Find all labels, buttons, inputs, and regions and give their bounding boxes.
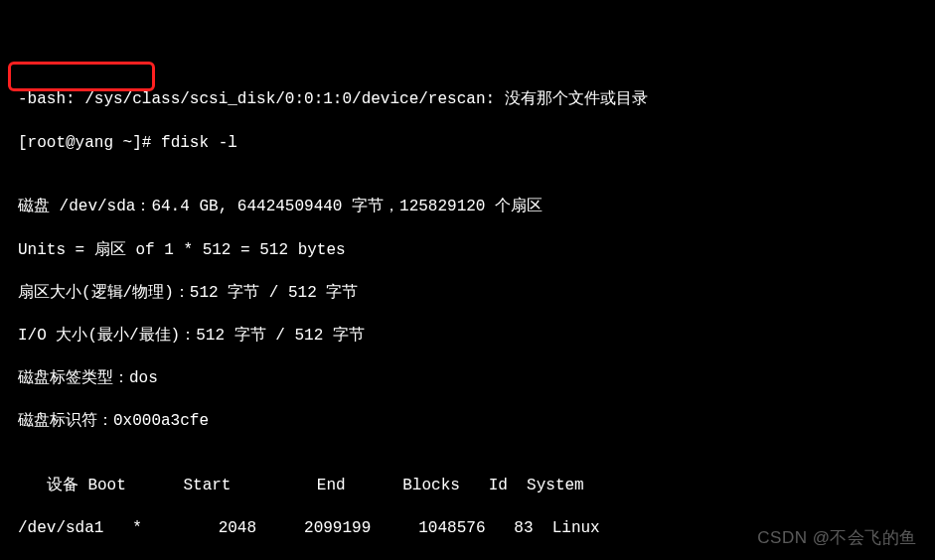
annotation-highlight bbox=[8, 62, 155, 91]
terminal-line: -bash: /sys/class/scsi_disk/0:0:1:0/devi… bbox=[0, 89, 935, 111]
terminal-line: 磁盘标识符：0x000a3cfe bbox=[0, 411, 935, 433]
terminal-line: 磁盘标签类型：dos bbox=[0, 368, 935, 390]
terminal-line: 扇区大小(逻辑/物理)：512 字节 / 512 字节 bbox=[0, 283, 935, 305]
partition-table-header: 设备 Boot Start End Blocks Id System bbox=[0, 476, 935, 497]
watermark-text: CSDN @不会飞的鱼 bbox=[757, 527, 917, 550]
terminal-prompt-line[interactable]: [root@yang ~]# fdisk -l bbox=[0, 133, 935, 155]
terminal-line: Units = 扇区 of 1 * 512 = 512 bytes bbox=[0, 240, 935, 262]
terminal-line: 磁盘 /dev/sda：64.4 GB, 64424509440 字节，1258… bbox=[0, 197, 935, 218]
terminal-line: I/O 大小(最小/最佳)：512 字节 / 512 字节 bbox=[0, 326, 935, 348]
